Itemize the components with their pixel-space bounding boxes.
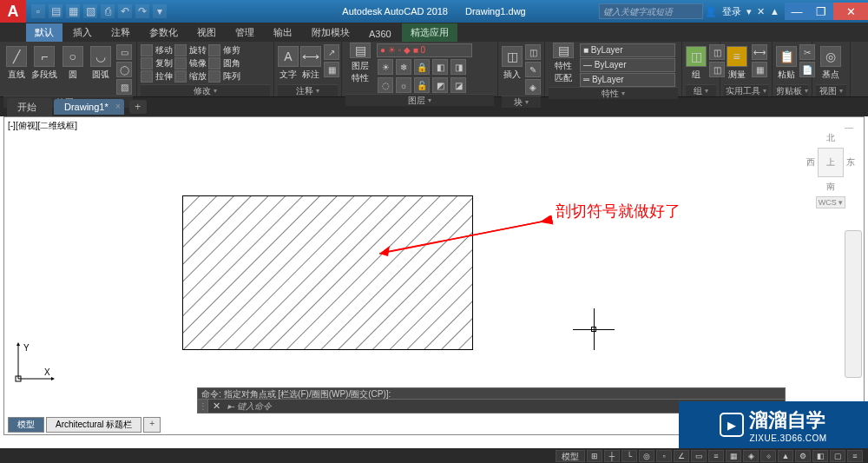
hatch-icon[interactable]: ▨ [116,79,132,95]
qat-undo-icon[interactable]: ↶ [118,4,132,18]
polyline-button[interactable]: ⌐多段线 [31,43,57,83]
ucs-icon[interactable]: Y X [13,341,56,384]
layer-color-dropdown[interactable]: ● ☀ ▫ ◆ ■ 0 [377,43,472,57]
copy-button[interactable]: 复制 [141,56,173,69]
login-link[interactable]: 登录 [722,5,741,18]
app-logo[interactable]: A [0,0,26,23]
minimize-button[interactable]: — [785,3,809,20]
block-attr-icon[interactable]: ◈ [525,79,541,95]
view-cube[interactable]: — 北 西 上 东 南 WCS ▾ [806,122,855,208]
status-clean-icon[interactable]: ▢ [830,450,845,462]
block-edit-icon[interactable]: ✎ [525,62,541,77]
measure-button[interactable]: ≡测量 [724,43,749,83]
rotate-button[interactable]: 旋转 [174,43,207,56]
panel-label-group[interactable]: 组 [686,84,716,96]
close-button[interactable]: ✕ [833,3,868,20]
qat-open-icon[interactable]: ▤ [49,4,62,18]
status-scale-icon[interactable]: ▲ [778,450,793,462]
linetype-dropdown[interactable]: ═ ByLayer [580,73,675,87]
basepoint-button[interactable]: ◎基点 [816,43,845,83]
color-dropdown[interactable]: ■ ByLayer [580,43,675,57]
ribbon-tab-output[interactable]: 输出 [265,23,301,42]
layout-tab-add-button[interactable]: + [143,417,161,433]
panel-label-modify[interactable]: 修改 [141,84,270,96]
status-qs-icon[interactable]: ◈ [743,450,759,462]
status-menu-icon[interactable]: ≡ [847,450,863,462]
status-gear-icon[interactable]: ⚙ [795,450,811,462]
panel-label-viewbase[interactable]: 视图 [816,84,846,96]
compass-south[interactable]: 南 [806,181,855,193]
help-search-input[interactable]: 键入关键字或短语 [599,3,703,19]
status-grid-icon[interactable]: ⊞ [587,450,602,462]
layer-properties-button[interactable]: ▤图层 特性 [345,43,375,83]
move-button[interactable]: 移动 [141,43,173,56]
qat-redo-icon[interactable]: ↷ [135,4,149,18]
match-properties-button[interactable]: ▤特性 匹配 [549,43,578,83]
status-polar-icon[interactable]: ◎ [639,450,654,462]
status-osnap-icon[interactable]: ▫ [656,450,672,462]
layer-walk-icon[interactable]: ◪ [450,77,466,93]
compass-east[interactable]: 东 [846,156,855,169]
compass-dash-icon[interactable]: — [806,122,855,132]
calc-icon[interactable]: ▦ [752,62,767,77]
login-dropdown-icon[interactable]: ▾ [746,6,752,17]
ribbon-tab-manage[interactable]: 管理 [227,23,263,42]
ribbon-tab-insert[interactable]: 插入 [64,23,101,42]
qat-plot-icon[interactable]: ⎙ [101,4,115,18]
qat-new-icon[interactable]: ▫ [31,4,45,18]
wcs-dropdown[interactable]: WCS ▾ [816,196,845,208]
status-dyn-icon[interactable]: ▭ [691,450,707,462]
status-snap-icon[interactable]: ┼ [604,450,620,462]
qat-dropdown-icon[interactable]: ▾ [153,4,167,18]
layer-on-icon[interactable]: ☀ [378,59,393,75]
drawing-area[interactable]: [-][俯视][二维线框] — 北 西 上 东 南 WCS ▾ 剖切符号 [3,116,865,435]
status-track-icon[interactable]: ∠ [674,450,689,462]
leader-icon[interactable]: ↗ [324,44,339,60]
rect-icon[interactable]: ▭ [116,44,132,60]
ellipse-icon[interactable]: ◯ [116,62,132,77]
compass-west[interactable]: 西 [806,156,815,169]
cmdline-handle-icon[interactable]: ⋮ [198,400,208,413]
panel-label-utilities[interactable]: 实用工具 [724,84,768,96]
arc-button[interactable]: ◡圆弧 [88,43,114,83]
dist-icon[interactable]: ⟷ [752,44,767,60]
cmdline-prompt-icon[interactable]: ✕ [208,400,224,413]
dimension-button[interactable]: ⟷标注 [300,43,321,83]
fillet-button[interactable]: 圆角 [208,56,240,69]
array-button[interactable]: 阵列 [208,69,240,83]
exchange-icon[interactable]: ✕ [757,6,765,17]
doc-tab-drawing1[interactable]: Drawing1*× [54,99,124,115]
doc-tab-start[interactable]: 开始 [7,98,52,116]
navigation-bar[interactable] [845,230,862,378]
layer-lock-icon[interactable]: 🔒 [414,59,430,75]
stretch-button[interactable]: 拉伸 [141,69,173,83]
viewport-label[interactable]: [-][俯视][二维线框] [8,120,77,132]
doc-tab-add-button[interactable]: + [129,100,147,114]
panel-label-properties[interactable]: 特性 [549,87,678,99]
trim-button[interactable]: 修剪 [208,43,240,56]
layout-tab-model[interactable]: 模型 [8,417,44,433]
compass-north[interactable]: 北 [806,132,855,144]
layer-unlock-icon[interactable]: 🔓 [414,77,430,93]
layer-match-icon[interactable]: ◨ [450,59,466,75]
layer-iso-icon[interactable]: ◧ [432,59,448,75]
panel-label-clipboard[interactable]: 剪贴板 [776,84,808,96]
status-trans-icon[interactable]: ▦ [726,450,741,462]
ribbon-tab-default[interactable]: 默认 [26,23,62,42]
layer-freeze-icon[interactable]: ❄ [396,59,411,75]
ribbon-tab-annotate[interactable]: 注释 [102,23,139,42]
ribbon-tab-featured[interactable]: 精选应用 [402,23,457,42]
layer-prev-icon[interactable]: ◩ [432,77,448,93]
maximize-button[interactable]: ❐ [809,3,833,20]
hatched-rectangle[interactable] [182,195,473,350]
table-icon[interactable]: ▦ [324,62,339,77]
circle-button[interactable]: ○圆 [60,43,86,83]
mirror-button[interactable]: 镜像 [174,56,207,69]
layer-thaw-icon[interactable]: ☼ [396,77,411,93]
panel-label-annotation[interactable]: 注释 [278,84,338,96]
qat-save-icon[interactable]: ▦ [66,4,80,18]
text-button[interactable]: A文字 [278,43,299,83]
ribbon-tab-view[interactable]: 视图 [188,23,225,42]
status-lwt-icon[interactable]: ≡ [708,450,724,462]
close-tab-icon[interactable]: × [115,102,121,111]
